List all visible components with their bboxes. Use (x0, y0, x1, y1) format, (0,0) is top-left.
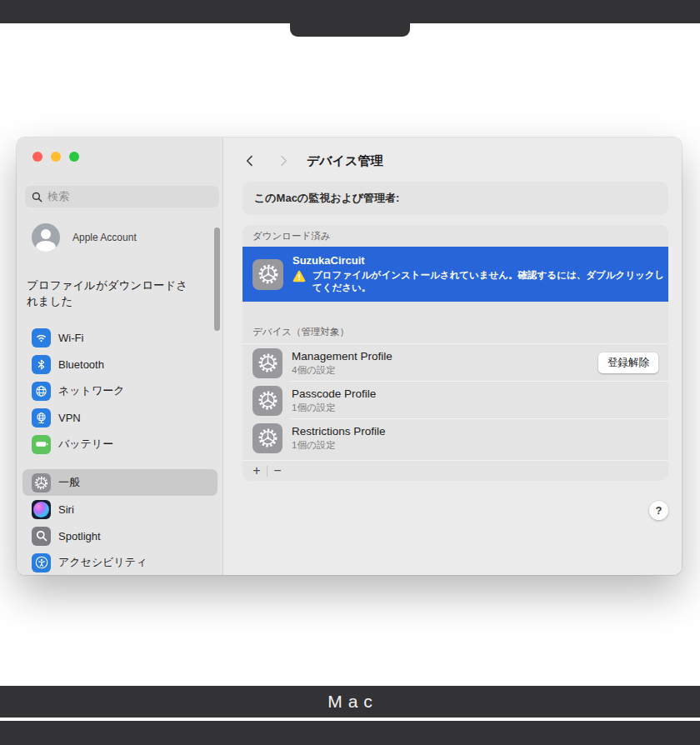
network-globe-icon (32, 382, 51, 401)
wifi-icon (32, 328, 51, 348)
back-button[interactable] (240, 151, 260, 171)
device-label: Mac (322, 692, 378, 712)
sidebar-group-gap (22, 458, 218, 469)
siri-icon (32, 500, 51, 519)
sidebar-item-apple-account[interactable]: Apple Account (32, 223, 137, 252)
spotlight-icon (32, 527, 51, 546)
search-icon (32, 192, 42, 202)
general-gear-icon (32, 473, 51, 492)
help-button[interactable]: ? (649, 501, 668, 520)
profile-name: Passcode Profile (292, 388, 376, 400)
profile-settings-count: 1個の設定 (292, 402, 376, 414)
bottom-strip-bar (0, 721, 700, 745)
search-placeholder: 検索 (48, 189, 69, 204)
sidebar-item-label: Bluetooth (58, 358, 104, 371)
bottom-dark-bar: Mac (0, 686, 700, 718)
sidebar-item-label: VPN (58, 412, 81, 424)
device-management-pane: デバイス管理 このMacの監視および管理者: ダウンロード済み SuzukaCi… (223, 138, 682, 575)
profile-downloaded-notice: プロファイルがダウンロードされました (27, 278, 198, 309)
profile-gear-icon (252, 259, 283, 290)
sidebar-item-battery[interactable]: バッテリー (22, 431, 218, 458)
add-profile-button[interactable]: + (247, 464, 267, 478)
vpn-icon (32, 408, 51, 428)
profile-gear-icon (252, 386, 282, 416)
profiles-list: ダウンロード済み SuzukaCircuit プロファイルがインストールされてい… (242, 225, 668, 481)
section-header-downloaded: ダウンロード済み (242, 225, 668, 247)
remove-profile-button[interactable]: − (268, 464, 288, 478)
profile-settings-count: 4個の設定 (292, 364, 392, 377)
sidebar-item-label: Wi-Fi (58, 332, 83, 344)
sidebar-item-wifi[interactable]: Wi-Fi (22, 324, 218, 351)
sidebar-nav: Wi-Fi Bluetooth ネットワーク (22, 324, 218, 575)
accessibility-icon (32, 553, 51, 572)
profile-name: Restrictions Profile (292, 425, 386, 438)
section-header-devices: デバイス（管理対象） (242, 320, 668, 343)
profile-name: SuzukaCircuit (292, 254, 668, 267)
list-empty-space (242, 302, 668, 320)
sidebar-item-label: アクセシビリティ (58, 555, 147, 570)
sidebar-item-label: 一般 (58, 475, 80, 490)
sidebar-item-label: ネットワーク (58, 383, 125, 398)
unenroll-button[interactable]: 登録解除 (598, 352, 658, 373)
warning-icon (292, 270, 306, 282)
search-input[interactable]: 検索 (25, 186, 219, 208)
profile-row-passcode[interactable]: Passcode Profile 1個の設定 (242, 382, 668, 419)
screen: 検索 Apple Account プロファイルがダウンロードされました Wi-F… (0, 0, 700, 745)
list-footer: + − (242, 460, 668, 481)
sidebar-item-siri[interactable]: Siri (22, 496, 218, 522)
supervision-info-box: このMacの監視および管理者: (242, 182, 668, 215)
forward-button[interactable] (273, 151, 293, 171)
avatar (32, 223, 60, 252)
sidebar-scrollbar[interactable] (214, 228, 220, 331)
sidebar-item-general[interactable]: 一般 (22, 469, 218, 496)
top-notch-tab (290, 0, 410, 37)
sidebar-item-accessibility[interactable]: アクセシビリティ (22, 549, 218, 575)
sidebar-item-vpn[interactable]: VPN (22, 404, 218, 431)
profile-gear-icon (252, 423, 282, 453)
profile-settings-count: 1個の設定 (292, 439, 386, 452)
sidebar-item-label: Spotlight (58, 530, 101, 542)
profile-row-management[interactable]: Management Profile 4個の設定 登録解除 (242, 344, 668, 382)
sidebar: 検索 Apple Account プロファイルがダウンロードされました Wi-F… (17, 138, 223, 575)
window-controls (32, 152, 79, 162)
sidebar-item-label: Siri (58, 503, 74, 516)
sidebar-item-bluetooth[interactable]: Bluetooth (22, 351, 218, 378)
close-button[interactable] (32, 152, 42, 162)
battery-icon (32, 435, 51, 454)
apple-account-label: Apple Account (72, 232, 137, 243)
sidebar-item-label: バッテリー (58, 437, 113, 452)
supervision-info-label: このMacの監視および管理者: (254, 191, 399, 206)
profile-row-suzukacircuit[interactable]: SuzukaCircuit プロファイルがインストールされていません。確認するに… (242, 247, 668, 302)
sidebar-item-spotlight[interactable]: Spotlight (22, 522, 218, 549)
bluetooth-icon (32, 355, 51, 374)
minimize-button[interactable] (51, 152, 61, 162)
sidebar-item-network[interactable]: ネットワーク (22, 378, 218, 404)
zoom-button[interactable] (69, 152, 79, 162)
system-settings-window: 検索 Apple Account プロファイルがダウンロードされました Wi-F… (17, 138, 682, 575)
profile-row-restrictions[interactable]: Restrictions Profile 1個の設定 (242, 419, 668, 457)
profile-gear-icon (252, 348, 282, 378)
profile-name: Management Profile (292, 350, 392, 362)
page-title: デバイス管理 (307, 153, 382, 169)
profile-warning-text: プロファイルがインストールされていません。確認するには、ダブルクリックしてくださ… (312, 269, 668, 294)
pane-header: デバイス管理 (240, 148, 382, 174)
